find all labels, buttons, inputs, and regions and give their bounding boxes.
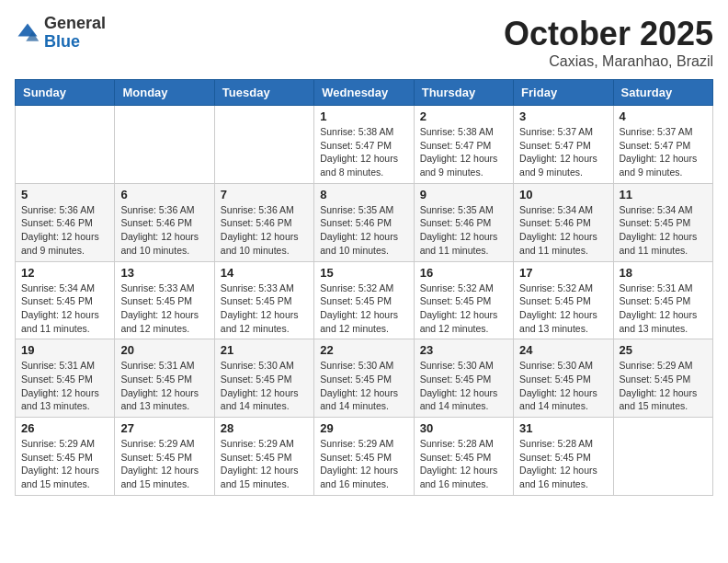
day-number: 27 <box>120 421 208 435</box>
day-info: Sunrise: 5:31 AM Sunset: 5:45 PM Dayligh… <box>120 359 208 413</box>
logo-general-text: General <box>44 15 106 33</box>
day-info: Sunrise: 5:28 AM Sunset: 5:45 PM Dayligh… <box>420 437 507 491</box>
calendar-cell: 1Sunrise: 5:38 AM Sunset: 5:47 PM Daylig… <box>314 106 414 184</box>
header-sunday: Sunday <box>16 80 115 106</box>
header-monday: Monday <box>115 80 214 106</box>
day-info: Sunrise: 5:30 AM Sunset: 5:45 PM Dayligh… <box>221 359 308 413</box>
calendar-cell: 8Sunrise: 5:35 AM Sunset: 5:46 PM Daylig… <box>314 183 414 261</box>
day-number: 5 <box>21 188 108 201</box>
calendar-cell: 6Sunrise: 5:36 AM Sunset: 5:46 PM Daylig… <box>115 183 214 261</box>
day-number: 28 <box>221 421 308 435</box>
day-number: 11 <box>620 188 707 201</box>
day-number: 23 <box>420 343 507 357</box>
day-info: Sunrise: 5:29 AM Sunset: 5:45 PM Dayligh… <box>21 437 108 491</box>
day-number: 10 <box>519 188 607 201</box>
calendar-cell: 24Sunrise: 5:30 AM Sunset: 5:45 PM Dayli… <box>514 339 613 418</box>
calendar-week-row: 1Sunrise: 5:38 AM Sunset: 5:47 PM Daylig… <box>16 106 713 184</box>
day-number: 20 <box>120 343 208 357</box>
day-number: 25 <box>620 343 707 357</box>
day-info: Sunrise: 5:36 AM Sunset: 5:46 PM Dayligh… <box>221 203 308 258</box>
calendar-cell <box>214 106 313 184</box>
day-info: Sunrise: 5:34 AM Sunset: 5:45 PM Dayligh… <box>21 282 108 336</box>
day-number: 3 <box>519 109 607 123</box>
header-friday: Friday <box>514 80 613 106</box>
calendar-cell: 31Sunrise: 5:28 AM Sunset: 5:45 PM Dayli… <box>514 418 613 496</box>
calendar-week-row: 12Sunrise: 5:34 AM Sunset: 5:45 PM Dayli… <box>16 261 713 339</box>
day-info: Sunrise: 5:36 AM Sunset: 5:46 PM Dayligh… <box>21 203 108 258</box>
calendar-cell: 18Sunrise: 5:31 AM Sunset: 5:45 PM Dayli… <box>613 261 712 339</box>
day-info: Sunrise: 5:29 AM Sunset: 5:45 PM Dayligh… <box>120 437 208 491</box>
day-info: Sunrise: 5:36 AM Sunset: 5:46 PM Dayligh… <box>120 203 208 258</box>
calendar-cell: 4Sunrise: 5:37 AM Sunset: 5:47 PM Daylig… <box>613 106 712 184</box>
calendar-cell: 26Sunrise: 5:29 AM Sunset: 5:45 PM Dayli… <box>16 418 115 496</box>
day-info: Sunrise: 5:29 AM Sunset: 5:45 PM Dayligh… <box>620 359 707 413</box>
calendar-cell: 11Sunrise: 5:34 AM Sunset: 5:45 PM Dayli… <box>613 183 712 261</box>
day-number: 22 <box>320 343 407 357</box>
day-number: 16 <box>420 266 507 280</box>
calendar-cell: 22Sunrise: 5:30 AM Sunset: 5:45 PM Dayli… <box>314 339 414 418</box>
calendar-week-row: 26Sunrise: 5:29 AM Sunset: 5:45 PM Dayli… <box>16 418 713 496</box>
day-number: 21 <box>221 343 308 357</box>
day-number: 19 <box>21 343 108 357</box>
day-info: Sunrise: 5:38 AM Sunset: 5:47 PM Dayligh… <box>420 125 507 179</box>
calendar-cell <box>115 106 214 184</box>
day-info: Sunrise: 5:35 AM Sunset: 5:46 PM Dayligh… <box>320 203 407 258</box>
day-number: 30 <box>420 421 507 435</box>
day-number: 29 <box>320 421 407 435</box>
day-info: Sunrise: 5:33 AM Sunset: 5:45 PM Dayligh… <box>120 282 208 336</box>
day-number: 31 <box>519 421 607 435</box>
day-number: 1 <box>320 109 407 123</box>
day-info: Sunrise: 5:32 AM Sunset: 5:45 PM Dayligh… <box>420 282 507 336</box>
calendar-cell: 21Sunrise: 5:30 AM Sunset: 5:45 PM Dayli… <box>214 339 313 418</box>
day-number: 12 <box>21 266 108 280</box>
calendar-cell: 14Sunrise: 5:33 AM Sunset: 5:45 PM Dayli… <box>214 261 313 339</box>
calendar-cell: 23Sunrise: 5:30 AM Sunset: 5:45 PM Dayli… <box>414 339 513 418</box>
day-number: 26 <box>21 421 108 435</box>
day-info: Sunrise: 5:34 AM Sunset: 5:46 PM Dayligh… <box>519 203 607 258</box>
calendar-cell <box>613 418 712 496</box>
day-number: 6 <box>120 188 208 201</box>
day-info: Sunrise: 5:31 AM Sunset: 5:45 PM Dayligh… <box>21 359 108 413</box>
calendar-cell: 16Sunrise: 5:32 AM Sunset: 5:45 PM Dayli… <box>414 261 513 339</box>
title-area: October 2025 Caxias, Maranhao, Brazil <box>504 15 713 70</box>
day-number: 13 <box>120 266 208 280</box>
day-info: Sunrise: 5:29 AM Sunset: 5:45 PM Dayligh… <box>320 437 407 491</box>
calendar-cell: 5Sunrise: 5:36 AM Sunset: 5:46 PM Daylig… <box>16 183 115 261</box>
logo-blue-text: Blue <box>44 33 106 52</box>
header-wednesday: Wednesday <box>314 80 414 106</box>
calendar-cell: 30Sunrise: 5:28 AM Sunset: 5:45 PM Dayli… <box>414 418 513 496</box>
header: General Blue October 2025 Caxias, Maranh… <box>15 15 713 70</box>
day-info: Sunrise: 5:28 AM Sunset: 5:45 PM Dayligh… <box>519 437 607 491</box>
day-info: Sunrise: 5:30 AM Sunset: 5:45 PM Dayligh… <box>519 359 607 413</box>
day-number: 24 <box>519 343 607 357</box>
calendar-cell: 9Sunrise: 5:35 AM Sunset: 5:46 PM Daylig… <box>414 183 513 261</box>
day-info: Sunrise: 5:37 AM Sunset: 5:47 PM Dayligh… <box>620 125 707 179</box>
calendar-cell <box>16 106 115 184</box>
calendar-week-row: 5Sunrise: 5:36 AM Sunset: 5:46 PM Daylig… <box>16 183 713 261</box>
day-info: Sunrise: 5:32 AM Sunset: 5:45 PM Dayligh… <box>519 282 607 336</box>
calendar-cell: 3Sunrise: 5:37 AM Sunset: 5:47 PM Daylig… <box>514 106 613 184</box>
day-number: 2 <box>420 109 507 123</box>
calendar-week-row: 19Sunrise: 5:31 AM Sunset: 5:45 PM Dayli… <box>16 339 713 418</box>
header-thursday: Thursday <box>414 80 513 106</box>
calendar-cell: 13Sunrise: 5:33 AM Sunset: 5:45 PM Dayli… <box>115 261 214 339</box>
month-title: October 2025 <box>504 15 713 53</box>
calendar: SundayMondayTuesdayWednesdayThursdayFrid… <box>15 79 713 496</box>
calendar-cell: 7Sunrise: 5:36 AM Sunset: 5:46 PM Daylig… <box>214 183 313 261</box>
calendar-cell: 12Sunrise: 5:34 AM Sunset: 5:45 PM Dayli… <box>16 261 115 339</box>
day-info: Sunrise: 5:33 AM Sunset: 5:45 PM Dayligh… <box>221 282 308 336</box>
day-number: 7 <box>221 188 308 201</box>
day-info: Sunrise: 5:29 AM Sunset: 5:45 PM Dayligh… <box>221 437 308 491</box>
header-saturday: Saturday <box>613 80 712 106</box>
day-number: 15 <box>320 266 407 280</box>
day-info: Sunrise: 5:31 AM Sunset: 5:45 PM Dayligh… <box>620 282 707 336</box>
day-info: Sunrise: 5:34 AM Sunset: 5:45 PM Dayligh… <box>620 203 707 258</box>
location-title: Caxias, Maranhao, Brazil <box>504 53 713 70</box>
calendar-cell: 25Sunrise: 5:29 AM Sunset: 5:45 PM Dayli… <box>613 339 712 418</box>
day-number: 8 <box>320 188 407 201</box>
day-number: 17 <box>519 266 607 280</box>
logo: General Blue <box>15 15 106 52</box>
day-info: Sunrise: 5:37 AM Sunset: 5:47 PM Dayligh… <box>519 125 607 179</box>
day-number: 9 <box>420 188 507 201</box>
calendar-header-row: SundayMondayTuesdayWednesdayThursdayFrid… <box>16 80 713 106</box>
